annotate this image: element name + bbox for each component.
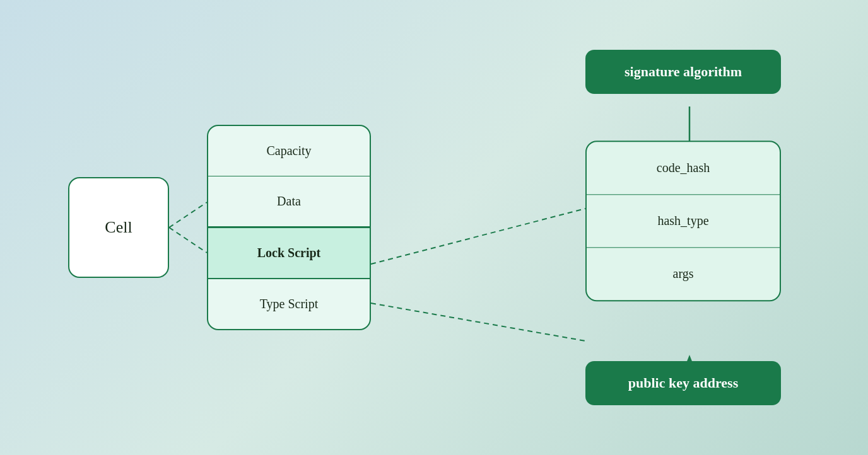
script-row-args: args <box>587 248 780 300</box>
public-key-address-box: public key address <box>585 361 781 405</box>
svg-line-2 <box>371 209 585 264</box>
script-row-code-hash: code_hash <box>587 142 780 195</box>
cell-row-data: Data <box>208 176 370 227</box>
signature-algorithm-box: signature algorithm <box>585 50 781 94</box>
cell-label: Cell <box>105 218 132 237</box>
svg-line-1 <box>169 228 207 253</box>
cell-row-capacity: Capacity <box>208 126 370 176</box>
svg-line-0 <box>169 202 207 228</box>
cell-structure: Capacity Data Lock Script Type Script <box>207 125 371 330</box>
diagram: Cell Capacity Data Lock Script Type Scri… <box>56 32 812 423</box>
cell-box: Cell <box>68 177 169 278</box>
cell-row-type-script: Type Script <box>208 279 370 329</box>
cell-row-lock-script: Lock Script <box>208 227 370 279</box>
svg-line-3 <box>371 303 585 341</box>
script-row-hash-type: hash_type <box>587 195 780 248</box>
script-detail-box: code_hash hash_type args <box>585 141 781 301</box>
